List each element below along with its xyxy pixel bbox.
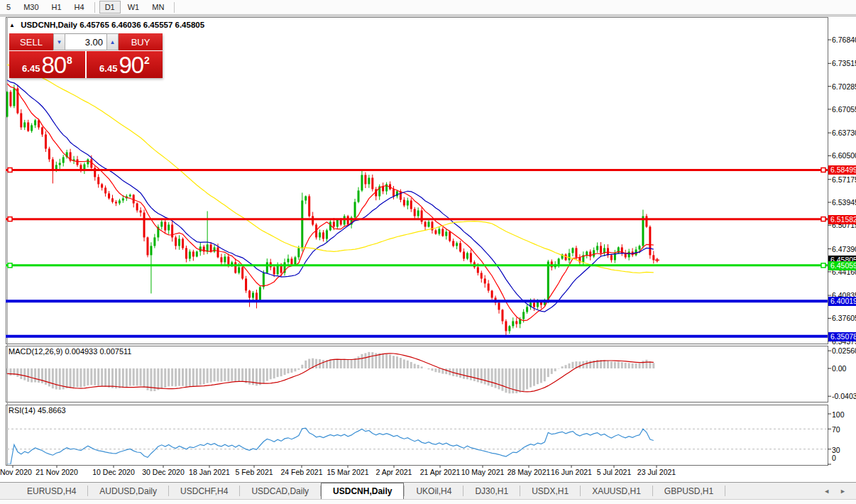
sell-price-prefix: 6.45 bbox=[22, 63, 40, 74]
timeframe-button-w1[interactable]: W1 bbox=[122, 1, 146, 13]
price-axis-label: 6.57175 bbox=[832, 175, 856, 184]
tab-usdx-h1[interactable]: USDX,H1 bbox=[520, 483, 580, 499]
price-axis-label: 6.76840 bbox=[832, 35, 856, 44]
volume-increase-button[interactable]: ▲ bbox=[106, 33, 119, 50]
timeframe-button-d1[interactable]: D1 bbox=[99, 1, 121, 13]
macd-axis-label: 0.025609 bbox=[832, 346, 856, 355]
timeframe-toolbar: 5M30H1H4D1W1MN bbox=[0, 0, 856, 15]
collapse-trade-panel-icon[interactable]: ▲ bbox=[9, 22, 15, 28]
price-axis-label: 6.37605 bbox=[832, 314, 856, 322]
current-price-marker bbox=[655, 258, 659, 262]
trading-app-window: 5M30H1H4D1W1MN ▲ USDCNH,Daily 6.45765 6.… bbox=[0, 0, 856, 504]
timeframe-button-5[interactable]: 5 bbox=[1, 1, 16, 13]
candles bbox=[6, 84, 655, 335]
macd-signal-line bbox=[7, 354, 654, 392]
rsi-indicator-label: RSI(14) 45.8663 bbox=[9, 406, 66, 415]
chart-header: ▲ USDCNH,Daily 6.45765 6.46036 6.45557 6… bbox=[9, 21, 204, 29]
date-axis-label: 5 Jul 2021 bbox=[597, 468, 631, 476]
volume-input[interactable] bbox=[65, 33, 106, 50]
hline-6.58499[interactable] bbox=[6, 168, 828, 172]
date-axis-label: 10 Dec 2020 bbox=[92, 468, 135, 476]
volume-decrease-button[interactable]: ▼ bbox=[53, 33, 65, 50]
rsi-axis-label: 70 bbox=[832, 425, 840, 434]
chart-tab-bar: EURUSD,H4AUDUSD,DailyUSDCHF,H4USDCAD,Dai… bbox=[0, 482, 856, 499]
date-axis-label: 15 Mar 2021 bbox=[327, 468, 369, 476]
price-axis-label: 6.67055 bbox=[832, 105, 856, 114]
buy-price-box[interactable]: 6.45 90 2 bbox=[87, 51, 163, 78]
ma-line-fast bbox=[7, 84, 654, 321]
price-axis-label: 6.73515 bbox=[832, 59, 856, 67]
bottom-strip bbox=[0, 499, 856, 504]
hline-6.51582[interactable] bbox=[6, 217, 828, 221]
tab-audusd-daily[interactable]: AUDUSD,Daily bbox=[88, 483, 168, 499]
date-axis-label: 18 Jan 2021 bbox=[189, 468, 230, 476]
sell-price-pip: 8 bbox=[67, 55, 72, 66]
tab-dj30-h1[interactable]: DJ30,H1 bbox=[463, 483, 520, 499]
rsi-line bbox=[7, 428, 654, 464]
price-axis-label: 6.53945 bbox=[832, 198, 856, 207]
tab-separator bbox=[725, 486, 725, 496]
sell-button[interactable]: SELL bbox=[9, 33, 53, 50]
timeframe-button-m30[interactable]: M30 bbox=[18, 1, 44, 13]
panel-frame bbox=[6, 405, 828, 466]
buy-button[interactable]: BUY bbox=[119, 33, 163, 50]
date-axis-label: 16 Jun 2021 bbox=[551, 468, 592, 476]
tab-scroll-right-icon[interactable]: ► bbox=[840, 488, 846, 495]
tab-gbpusd-h1[interactable]: GBPUSD,H1 bbox=[653, 483, 725, 499]
rsi-axis-label: 0 bbox=[832, 454, 836, 462]
timeframe-button-h1[interactable]: H1 bbox=[46, 1, 67, 13]
date-axis-label: 24 Feb 2021 bbox=[281, 468, 323, 476]
chart-symbol-label: USDCNH,Daily bbox=[21, 21, 77, 29]
tab-scroll-arrows: ◄► bbox=[823, 483, 846, 500]
hline-6.45059[interactable] bbox=[6, 263, 828, 268]
tab-ukoil-h4[interactable]: UKOil,H4 bbox=[405, 483, 463, 499]
buy-price-pip: 2 bbox=[144, 55, 150, 66]
tab-scroll-left-icon[interactable]: ◄ bbox=[823, 488, 830, 495]
tab-usdcnh-daily[interactable]: USDCNH,Daily bbox=[321, 483, 404, 499]
level-price-badge: 6.35078 bbox=[828, 332, 856, 341]
sell-price-box[interactable]: 6.45 80 8 bbox=[9, 51, 85, 78]
level-price-badge: 6.45059 bbox=[828, 261, 856, 270]
price-axis-label: 6.70285 bbox=[832, 82, 856, 91]
date-axis-label: 28 May 2021 bbox=[507, 468, 551, 476]
macd-histogram bbox=[7, 352, 654, 393]
toolbar-separator bbox=[94, 2, 95, 13]
timeframe-button-mn[interactable]: MN bbox=[146, 1, 170, 13]
macd-indicator-label: MACD(12,26,9) 0.004933 0.007511 bbox=[9, 347, 131, 356]
ma-line-slow bbox=[7, 65, 654, 273]
date-axis-label: 5 Feb 2021 bbox=[235, 468, 273, 476]
level-price-badge: 6.51582 bbox=[828, 215, 856, 224]
price-axis-label: 6.60500 bbox=[832, 151, 856, 160]
price-axis-label: 6.47390 bbox=[832, 245, 856, 253]
toolbar-separator bbox=[174, 2, 175, 13]
date-axis-label: 23 Jul 2021 bbox=[637, 468, 676, 476]
tab-usdcad-daily[interactable]: USDCAD,Daily bbox=[240, 483, 320, 499]
chart-ohlc-values: 6.45765 6.46036 6.45557 6.45805 bbox=[79, 21, 204, 29]
macd-axis-label: -0.04038 bbox=[832, 392, 856, 400]
date-axis-label: 30 Dec 2020 bbox=[142, 468, 185, 476]
rsi-axis-label: 100 bbox=[832, 410, 845, 419]
date-axis-label: 3 Nov 2020 bbox=[0, 468, 32, 476]
date-axis-label: 21 Apr 2021 bbox=[420, 468, 461, 476]
one-click-trade-panel: SELL ▼ ▲ BUY 6.45 80 8 6.45 90 2 bbox=[9, 33, 163, 78]
timeframe-button-h4[interactable]: H4 bbox=[69, 1, 90, 13]
level-price-badge: 6.58499 bbox=[828, 165, 856, 175]
macd-axis-label: 0.00 bbox=[832, 364, 846, 373]
ma-line-medium bbox=[7, 80, 654, 312]
tab-xauusd-h1[interactable]: XAUUSD,H1 bbox=[581, 483, 652, 499]
level-price-badge: 6.40019 bbox=[828, 297, 856, 306]
rsi-axis-label: 30 bbox=[832, 446, 840, 454]
tab-usdchf-h4[interactable]: USDCHF,H4 bbox=[169, 483, 239, 499]
date-axis-label: 10 May 2021 bbox=[461, 468, 505, 476]
date-axis-label: 2 Apr 2021 bbox=[376, 468, 412, 476]
sell-price-big: 80 bbox=[41, 55, 66, 76]
tab-eurusd-h4[interactable]: EURUSD,H4 bbox=[16, 483, 87, 499]
date-axis-label: 21 Nov 2020 bbox=[35, 468, 78, 476]
price-axis-label: 6.63730 bbox=[832, 128, 856, 137]
buy-price-big: 90 bbox=[119, 55, 143, 76]
buy-price-prefix: 6.45 bbox=[99, 63, 117, 74]
